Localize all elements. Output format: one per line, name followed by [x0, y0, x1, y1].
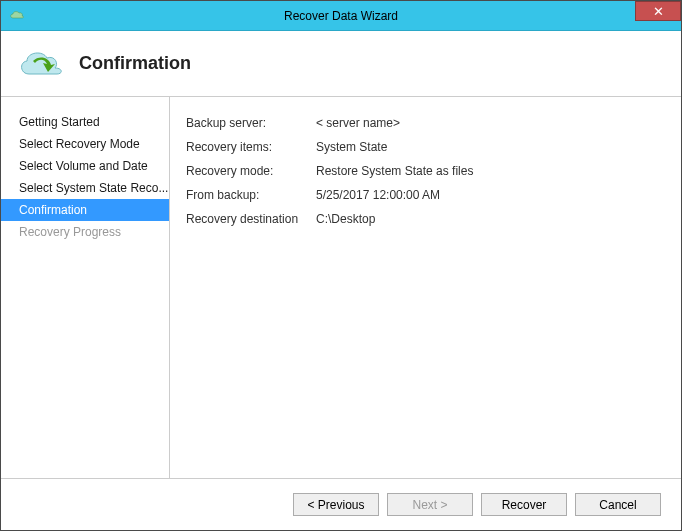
sidebar-item-select-system-state[interactable]: Select System State Reco... — [1, 177, 169, 199]
wizard-window: Recover Data Wizard ✕ Confirmation Getti… — [0, 0, 682, 531]
wizard-footer: < Previous Next > Recover Cancel — [1, 478, 681, 530]
close-icon: ✕ — [653, 4, 664, 19]
value-recovery-mode: Restore System State as files — [316, 163, 473, 179]
wizard-steps-sidebar: Getting Started Select Recovery Mode Sel… — [1, 97, 169, 478]
row-recovery-destination: Recovery destination C:\Desktop — [186, 211, 671, 227]
label-recovery-destination: Recovery destination — [186, 211, 316, 227]
label-backup-server: Backup server: — [186, 115, 316, 131]
cancel-button[interactable]: Cancel — [575, 493, 661, 516]
label-recovery-items: Recovery items: — [186, 139, 316, 155]
value-recovery-items: System State — [316, 139, 387, 155]
label-from-backup: From backup: — [186, 187, 316, 203]
recover-button[interactable]: Recover — [481, 493, 567, 516]
wizard-header: Confirmation — [1, 31, 681, 97]
titlebar: Recover Data Wizard ✕ — [1, 1, 681, 31]
next-button: Next > — [387, 493, 473, 516]
value-recovery-destination: C:\Desktop — [316, 211, 375, 227]
close-button[interactable]: ✕ — [635, 1, 681, 21]
sidebar-item-select-recovery-mode[interactable]: Select Recovery Mode — [1, 133, 169, 155]
value-backup-server: < server name> — [316, 115, 400, 131]
wizard-body: Getting Started Select Recovery Mode Sel… — [1, 97, 681, 478]
sidebar-item-confirmation[interactable]: Confirmation — [1, 199, 169, 221]
previous-button[interactable]: < Previous — [293, 493, 379, 516]
label-recovery-mode: Recovery mode: — [186, 163, 316, 179]
row-backup-server: Backup server: < server name> — [186, 115, 671, 131]
content-pane: Backup server: < server name> Recovery i… — [169, 97, 681, 478]
value-from-backup: 5/25/2017 12:00:00 AM — [316, 187, 440, 203]
sidebar-item-select-volume-date[interactable]: Select Volume and Date — [1, 155, 169, 177]
row-recovery-mode: Recovery mode: Restore System State as f… — [186, 163, 671, 179]
cloud-recover-icon — [15, 46, 65, 82]
sidebar-item-recovery-progress: Recovery Progress — [1, 221, 169, 243]
window-title: Recover Data Wizard — [1, 9, 681, 23]
sidebar-item-getting-started[interactable]: Getting Started — [1, 111, 169, 133]
page-title: Confirmation — [79, 53, 191, 74]
row-recovery-items: Recovery items: System State — [186, 139, 671, 155]
row-from-backup: From backup: 5/25/2017 12:00:00 AM — [186, 187, 671, 203]
